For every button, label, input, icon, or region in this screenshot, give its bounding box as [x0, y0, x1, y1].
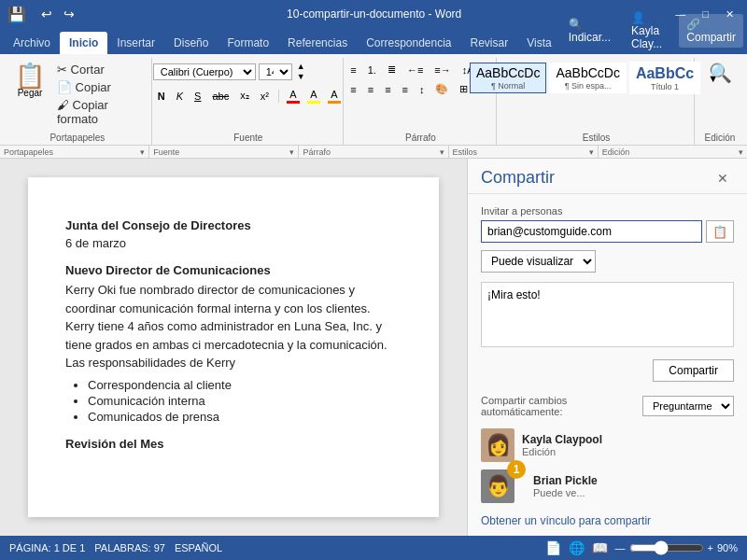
font-size-up[interactable]: ▲ — [295, 62, 307, 72]
estilos-footer[interactable]: Estilos ▾ — [449, 146, 599, 158]
page-info: PÁGINA: 1 DE 1 — [9, 542, 85, 553]
font-size-down[interactable]: ▼ — [295, 72, 307, 82]
estilos-label: Estilos — [583, 131, 610, 145]
tab-correspondencia[interactable]: Correspondencia — [357, 32, 460, 54]
style-titulo1-sample: AaBbCc — [636, 64, 694, 82]
align-left-button[interactable]: ≡ — [345, 81, 360, 97]
style-sinespacio-button[interactable]: AaBbCcDc ¶ Sin espa... — [549, 63, 626, 93]
highlight-bar — [307, 101, 320, 104]
italic-button[interactable]: K — [172, 89, 188, 104]
bold-button[interactable]: N — [153, 89, 170, 104]
permissions-select[interactable]: Puede visualizar Puede editar — [481, 250, 596, 273]
copy-button[interactable]: 📄 Copiar — [54, 79, 146, 95]
fuente-group: Calibri (Cuerpo) 14 ▲ ▼ N K S abc x₂ — [154, 58, 344, 145]
tab-referencias[interactable]: Referencias — [278, 32, 357, 54]
zoom-out-button[interactable]: — — [615, 542, 626, 553]
tab-formato[interactable]: Formato — [218, 32, 278, 54]
tab-archivo[interactable]: Archivo — [4, 32, 60, 54]
bullets-button[interactable]: ≡ — [345, 62, 360, 77]
document-area: Junta del Consejo de Directores 6 de mar… — [0, 159, 467, 536]
auto-share-select[interactable]: Preguntarme Siempre Nunca — [642, 396, 734, 416]
strikethrough-button[interactable]: abc — [207, 89, 233, 104]
subscript-button[interactable]: x₂ — [235, 88, 254, 104]
portapapeles-label: Portapapeles — [49, 131, 105, 145]
font-color-button[interactable]: A — [325, 88, 344, 105]
font-color-icon: A — [331, 89, 337, 100]
paste-label: Pegar — [18, 88, 43, 98]
portapapeles-footer[interactable]: Portapapeles ▾ — [0, 146, 149, 158]
share-tab-button[interactable]: 🔗 Compartir — [679, 14, 743, 48]
format-painter-button[interactable]: 🖌 Copiar formato — [54, 97, 146, 127]
decrease-indent-button[interactable]: ←≡ — [402, 62, 428, 77]
font-size-controls: ▲ ▼ — [295, 62, 307, 82]
multilevel-button[interactable]: ≣ — [383, 62, 401, 77]
style-titulo1-button[interactable]: AaBbCc Título 1 — [629, 62, 700, 94]
ribbon-body: 📋 Pegar ✂ Cortar 📄 Copiar 🖌 Copiar forma… — [0, 54, 747, 145]
cut-button[interactable]: ✂ Cortar — [54, 62, 146, 77]
view-layout-button[interactable]: 📄 — [545, 540, 561, 555]
fuente-footer[interactable]: Fuente ▾ — [149, 146, 299, 158]
find-button[interactable]: 🔍 — [709, 62, 732, 84]
doc-section1-title: Nuevo Director de Comunicaciones — [65, 263, 402, 277]
view-web-button[interactable]: 🌐 — [569, 540, 585, 555]
style-normal-button[interactable]: AaBbCcDc ¶ Normal — [470, 63, 546, 93]
undo-button[interactable]: ↩ — [37, 5, 56, 23]
tab-diseno[interactable]: Diseño — [164, 32, 218, 54]
share-panel-close-button[interactable]: ✕ — [712, 169, 734, 188]
share-message-input[interactable]: ¡Mira esto! — [481, 282, 734, 347]
shading-button[interactable]: 🎨 — [430, 81, 453, 97]
share-link-button[interactable]: Obtener un vínculo para compartir — [481, 514, 651, 527]
highlight-color-button[interactable]: A — [304, 88, 323, 105]
permissions-row: Puede visualizar Puede editar — [481, 250, 734, 273]
font-size-select[interactable]: 14 — [259, 63, 292, 80]
tab-insertar[interactable]: Insertar — [107, 32, 164, 54]
address-book-button[interactable]: 📋 — [706, 220, 734, 243]
parrafo-footer[interactable]: Párrafo ▾ — [299, 146, 448, 158]
text-color-button[interactable]: A — [284, 88, 303, 105]
share-submit-button[interactable]: Compartir — [653, 359, 734, 382]
document-page[interactable]: Junta del Consejo de Directores 6 de mar… — [28, 177, 439, 517]
parrafo-footer-arrow: ▾ — [440, 147, 444, 157]
portapapeles-content: 📋 Pegar ✂ Cortar 📄 Copiar 🖌 Copiar forma… — [9, 58, 146, 131]
brian-role: Puede ve... — [533, 487, 598, 498]
ribbon-footer: Portapapeles ▾ Fuente ▾ Párrafo ▾ Estilo… — [0, 145, 747, 158]
shared-people-list: 👩 Kayla Claypool Edición 👨 1 — [481, 428, 734, 503]
underline-button[interactable]: S — [190, 89, 205, 104]
line-spacing-button[interactable]: ↕ — [415, 81, 430, 97]
zoom-level: 90% — [717, 542, 738, 553]
edicion-footer[interactable]: Edición ▾ — [599, 146, 747, 158]
redo-button[interactable]: ↪ — [60, 5, 78, 23]
estilos-group: AaBbCcDc ¶ Normal AaBbCcDc ¶ Sin espa...… — [499, 58, 695, 145]
tab-revisar[interactable]: Revisar — [461, 32, 518, 54]
tab-vista[interactable]: Vista — [517, 32, 560, 54]
zoom-control: — + 90% — [615, 540, 738, 555]
zoom-slider[interactable] — [629, 540, 704, 555]
indicar-button[interactable]: 🔍 Indicar... — [561, 14, 618, 48]
superscript-button[interactable]: x² — [256, 89, 274, 104]
invite-email-input[interactable] — [481, 220, 702, 243]
align-right-button[interactable]: ≡ — [380, 81, 395, 97]
word-count: PALABRAS: 97 — [94, 542, 165, 553]
user-button[interactable]: 👤 Kayla Clay... — [624, 7, 673, 54]
style-titulo1-label: Título 1 — [651, 82, 679, 91]
estilos-footer-label: Estilos — [453, 147, 478, 157]
align-center-button[interactable]: ≡ — [363, 81, 378, 97]
font-family-select[interactable]: Calibri (Cuerpo) — [153, 63, 256, 80]
align-justify-button[interactable]: ≡ — [398, 81, 413, 97]
kayla-avatar-icon: 👩 — [486, 433, 511, 457]
text-color-icon: A — [289, 89, 296, 100]
font-color-bar — [328, 101, 341, 104]
numbering-button[interactable]: 1. — [363, 62, 381, 77]
font-family-row: Calibri (Cuerpo) 14 ▲ ▼ — [153, 62, 344, 82]
paste-button[interactable]: 📋 Pegar — [9, 62, 50, 100]
view-read-button[interactable]: 📖 — [592, 540, 608, 555]
tab-inicio[interactable]: Inicio — [60, 32, 107, 54]
increase-indent-button[interactable]: ≡→ — [430, 62, 455, 77]
ribbon-tab-bar: Archivo Inicio Insertar Diseño Formato R… — [0, 28, 747, 54]
portapapeles-group: 📋 Pegar ✂ Cortar 📄 Copiar 🖌 Copiar forma… — [4, 58, 152, 145]
zoom-in-button[interactable]: + — [708, 542, 713, 553]
invite-label: Invitar a personas — [481, 205, 734, 217]
fuente-footer-arrow: ▾ — [289, 147, 294, 157]
style-sinespacio-label: ¶ Sin espa... — [565, 81, 612, 91]
kayla-role: Edición — [522, 446, 602, 457]
